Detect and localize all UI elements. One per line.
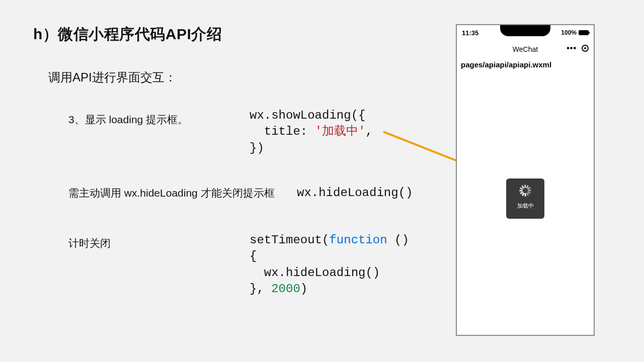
code-string: '加载中' bbox=[315, 125, 366, 138]
code-block-hideloading: wx.hideLoading() bbox=[297, 185, 413, 201]
slide-subtitle: 调用API进行界面交互： bbox=[48, 69, 177, 85]
phone-notch bbox=[500, 25, 550, 36]
code-punct: , bbox=[365, 125, 372, 138]
code-line: { bbox=[250, 249, 257, 263]
code-number: 2000 bbox=[271, 282, 300, 296]
phone-mockup: 11:35 100% WeChat ••• pages/apiapi/apiap… bbox=[456, 24, 595, 336]
code-line: wx.showLoading({ bbox=[250, 109, 365, 122]
page-path: pages/apiapi/apiapi.wxml bbox=[461, 60, 551, 69]
spinner-icon bbox=[519, 187, 531, 199]
slide-title: h）微信小程序代码API介绍 bbox=[33, 24, 222, 45]
row3-label: 计时关闭 bbox=[68, 236, 111, 250]
more-icon[interactable]: ••• bbox=[567, 44, 577, 52]
loading-toast: 加载中 bbox=[506, 178, 544, 219]
battery-icon bbox=[579, 30, 589, 35]
code-line: title: bbox=[250, 125, 315, 138]
code-block-timeout: setTimeout(function () { wx.hideLoading(… bbox=[250, 232, 409, 298]
row2-label: 需主动调用 wx.hideLoading 才能关闭提示框 bbox=[68, 186, 275, 200]
code-block-showloading: wx.showLoading({ title: '加载中', }) bbox=[250, 108, 373, 156]
code-keyword: function bbox=[329, 233, 387, 247]
code-line: ) bbox=[300, 282, 307, 296]
slide: h）微信小程序代码API介绍 调用API进行界面交互： 3、显示 loading… bbox=[0, 0, 644, 362]
code-line: setTimeout( bbox=[250, 233, 329, 247]
nav-right: ••• bbox=[567, 44, 589, 52]
code-line: }) bbox=[250, 141, 264, 155]
status-battery: 100% bbox=[561, 29, 589, 36]
code-line: wx.hideLoading() bbox=[250, 266, 380, 280]
battery-text: 100% bbox=[561, 29, 577, 36]
row1-label: 3、显示 loading 提示框。 bbox=[68, 113, 188, 127]
toast-text: 加载中 bbox=[517, 202, 534, 210]
target-icon[interactable] bbox=[582, 45, 589, 52]
status-time: 11:35 bbox=[462, 29, 478, 37]
code-line: () bbox=[387, 233, 409, 247]
code-line: }, bbox=[250, 282, 271, 296]
